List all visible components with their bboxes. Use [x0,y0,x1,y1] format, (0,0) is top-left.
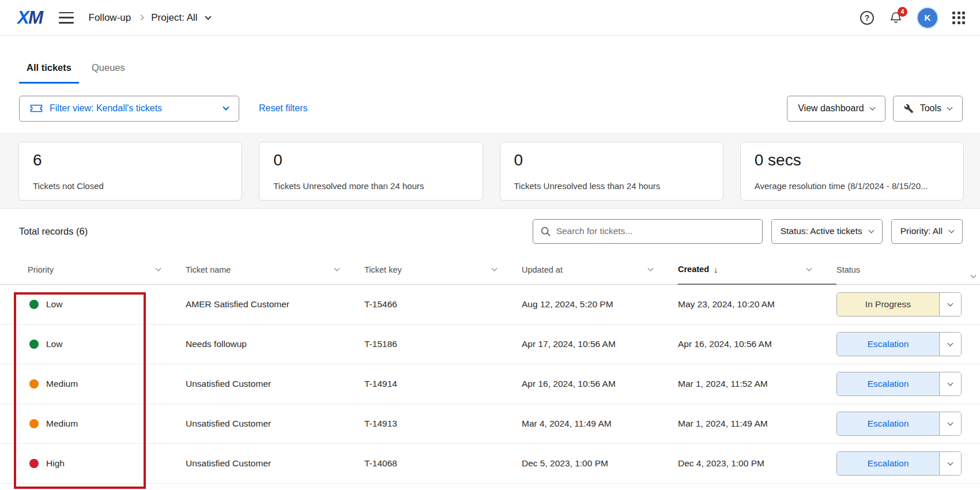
chevron-down-icon [939,452,961,475]
ticket-key-cell: T-14068 [364,458,522,469]
created-cell: May 23, 2024, 10:20 AM [678,299,836,310]
stat-label: Tickets Unresolved less than 24 hours [514,181,709,191]
chevron-down-icon [869,104,875,110]
table-row[interactable]: Medium Unsatisfied Customer T-14913 Mar … [0,404,980,444]
filter-view-label: Filter view: Kendall's tickets [50,103,217,114]
chevron-down-icon [949,227,955,233]
chevron-down-icon [939,333,961,356]
chevron-down-icon [939,412,961,435]
status-dropdown[interactable]: Escalation [836,451,962,476]
ticket-tabs: All tickets Queues [0,55,980,84]
created-cell: Mar 1, 2024, 11:52 AM [678,379,836,389]
column-header-ticket-name[interactable]: Ticket name [186,255,364,284]
stat-card-unresolved-less-24h: 0 Tickets Unresolved less than 24 hours [500,142,723,201]
notifications-button[interactable]: 4 [889,11,903,25]
status-label: Escalation [837,452,939,475]
updated-at-cell: Apr 17, 2024, 10:56 AM [522,339,678,349]
column-header-priority[interactable]: Priority [18,255,186,284]
priority-dot [29,340,39,349]
priority-cell: Low [18,339,186,349]
xm-logo[interactable]: XM [17,7,43,28]
wrench-icon [904,104,914,114]
priority-dot [29,300,39,309]
stat-value: 0 [514,151,709,169]
column-header-created[interactable]: Created ↓ [678,255,836,285]
table-row[interactable]: Low Needs followup T-15186 Apr 17, 2024,… [0,325,980,364]
priority-cell: Low [18,299,186,310]
priority-filter-label: Priority: All [900,226,943,236]
ticket-name-cell: Unsatisfied Customer [186,419,364,429]
chevron-down-icon [205,13,211,20]
total-records-label: Total records (6) [19,226,88,237]
chevron-down-icon [492,266,497,272]
tab-all-tickets-label: All tickets [27,62,71,73]
status-label: In Progress [837,293,939,316]
stat-label: Average resolution time (8/1/2024 - 8/15… [755,181,949,191]
updated-at-cell: Apr 16, 2024, 10:56 AM [522,379,678,389]
stat-card-tickets-not-closed: 6 Tickets not Closed [18,142,242,201]
breadcrumb-section[interactable]: Follow-up [89,12,131,24]
ticket-name-cell: Unsatisfied Customer [186,379,364,389]
hamburger-menu-icon[interactable] [59,12,74,24]
column-header-updated-at[interactable]: Updated at [522,255,678,284]
ticket-name-cell: AMER Satisfied Customer [186,299,364,310]
status-label: Escalation [837,333,939,356]
updated-at-cell: Dec 5, 2023, 1:00 PM [522,458,678,469]
chevron-right-icon [138,15,144,21]
tab-queues[interactable]: Queues [84,55,133,84]
status-filter-label: Status: Active tickets [781,226,862,236]
column-header-ticket-key[interactable]: Ticket key [364,255,522,284]
search-input[interactable] [556,226,755,236]
table-row[interactable]: High Unsatisfied Customer T-14068 Dec 5,… [0,444,980,484]
chevron-down-icon [156,266,161,272]
status-dropdown[interactable]: Escalation [836,412,962,436]
avatar[interactable]: K [918,8,937,28]
stat-card-avg-resolution-time: 0 secs Average resolution time (8/1/2024… [740,142,964,201]
priority-cell: Medium [18,379,186,389]
status-dropdown[interactable]: Escalation [836,332,962,356]
priority-label: High [46,458,65,469]
breadcrumb-project[interactable]: Project: All [151,12,197,24]
breadcrumb: Follow-up Project: All [89,12,210,24]
records-bar: Total records (6) Status: Active tickets… [0,218,980,244]
priority-dot [29,459,39,468]
updated-at-cell: Aug 12, 2024, 5:20 PM [522,299,678,310]
stat-card-unresolved-more-24h: 0 Tickets Unresolved more than 24 hours [259,142,483,201]
table-header: Priority Ticket name Ticket key Updated … [0,255,980,285]
status-dropdown[interactable]: Escalation [836,372,962,396]
priority-filter-dropdown[interactable]: Priority: All [891,219,963,244]
view-dashboard-label: View dashboard [798,103,864,114]
priority-label: Low [46,299,62,310]
reset-filters-link[interactable]: Reset filters [259,103,307,114]
stat-value: 0 secs [755,151,949,169]
column-header-status[interactable]: Status [836,255,962,284]
view-dashboard-button[interactable]: View dashboard [787,96,885,122]
chevron-down-icon [806,265,812,271]
created-cell: Apr 16, 2024, 10:56 AM [678,339,836,349]
status-dropdown[interactable]: In Progress [836,292,962,316]
apps-grid-icon[interactable] [952,12,965,24]
filter-view-dropdown[interactable]: Filter view: Kendall's tickets [19,96,239,122]
priority-dot [29,379,39,389]
help-icon[interactable]: ? [860,11,874,25]
ticket-search-box [533,219,763,244]
logo-x: X [17,7,28,28]
chevron-down-icon [648,266,654,272]
tools-label: Tools [920,103,941,114]
ticket-table-body: Low AMER Satisfied Customer T-15466 Aug … [0,285,980,484]
status-filter-dropdown[interactable]: Status: Active tickets [771,219,883,244]
created-cell: Mar 1, 2024, 11:49 AM [678,419,836,429]
chevron-down-icon [223,104,229,110]
tab-all-tickets[interactable]: All tickets [19,55,79,84]
table-row[interactable]: Low AMER Satisfied Customer T-15466 Aug … [0,285,980,325]
tools-button[interactable]: Tools [893,96,963,122]
topbar: XM Follow-up Project: All ? 4 K [0,0,980,36]
filter-bar: Filter view: Kendall's tickets Reset fil… [0,95,980,122]
ticket-key-cell: T-14914 [364,379,522,389]
filter-bar-actions: View dashboard Tools [787,96,963,122]
created-cell: Dec 4, 2023, 1:00 PM [678,458,836,469]
updated-at-cell: Mar 4, 2024, 11:49 AM [522,419,678,429]
chevron-down-icon [939,293,961,316]
priority-cell: Medium [18,419,186,429]
table-row[interactable]: Medium Unsatisfied Customer T-14914 Apr … [0,364,980,404]
